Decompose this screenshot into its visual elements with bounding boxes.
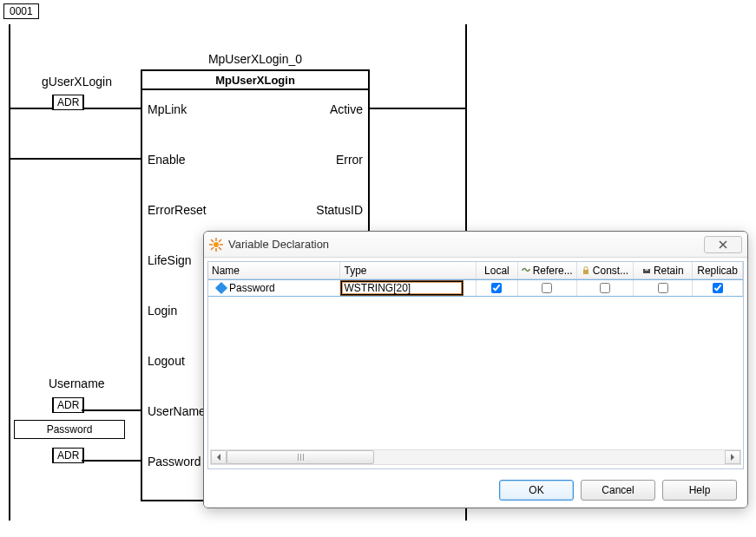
retain-icon <box>642 266 651 275</box>
dialog-button-row: OK Cancel Help <box>204 473 747 508</box>
cell-reference[interactable] <box>518 280 577 296</box>
scroll-grip-icon <box>298 454 304 461</box>
cell-type[interactable]: WSTRING[20] <box>340 280 476 296</box>
cancel-button[interactable]: Cancel <box>581 480 655 501</box>
svg-line-6 <box>219 247 221 250</box>
adr-box-mplink: ADR <box>52 95 84 110</box>
svg-rect-11 <box>645 269 648 271</box>
cell-name-text: Password <box>229 282 275 294</box>
scroll-thumb[interactable] <box>227 450 374 464</box>
svg-line-8 <box>211 247 214 250</box>
dialog-title: Variable Declaration <box>228 238 329 251</box>
cell-name[interactable]: Password <box>208 280 340 296</box>
var-username[interactable]: Username <box>49 377 105 390</box>
pin-input-lifesign: LifeSign <box>148 253 192 267</box>
grid-row[interactable]: Password WSTRING[20] <box>208 279 743 297</box>
col-header-retain[interactable]: Retain <box>634 262 693 278</box>
wire <box>82 409 141 411</box>
cell-retain[interactable] <box>634 280 693 296</box>
pin-input-username: UserName <box>148 404 206 418</box>
fb-instance-name: MpUserXLogin_0 <box>141 52 370 66</box>
variable-icon <box>215 282 227 294</box>
rung-number: 0001 <box>3 3 39 19</box>
dialog-titlebar[interactable]: Variable Declaration <box>204 232 747 258</box>
pin-input-logout: Logout <box>148 354 185 368</box>
constant-checkbox[interactable] <box>600 283 610 293</box>
col-header-retain-text: Retain <box>654 265 684 277</box>
col-header-name-text: Name <box>212 265 240 277</box>
adr-box-password: ADR <box>52 448 84 463</box>
col-header-type[interactable]: Type <box>340 262 476 278</box>
variable-grid[interactable]: Name Type Local Refere... Const... Retai… <box>207 261 744 469</box>
col-header-type-text: Type <box>344 265 366 277</box>
grid-header[interactable]: Name Type Local Refere... Const... Retai… <box>208 262 743 279</box>
svg-rect-9 <box>583 270 588 274</box>
col-header-local-text: Local <box>484 265 509 277</box>
password-var-box[interactable]: Password <box>14 420 125 439</box>
scroll-right-button[interactable] <box>725 450 740 464</box>
cell-local[interactable] <box>477 280 518 296</box>
pin-input-mplink: MpLink <box>148 102 187 116</box>
var-password: Password <box>15 421 124 438</box>
chevron-left-icon <box>216 454 221 461</box>
col-header-local[interactable]: Local <box>477 262 518 278</box>
left-power-rail <box>9 24 10 521</box>
horizontal-scrollbar[interactable] <box>210 449 741 465</box>
col-header-replicable[interactable]: Replicab <box>693 262 743 278</box>
adr-box-username: ADR <box>52 397 84 413</box>
svg-line-7 <box>219 239 221 242</box>
reference-checkbox[interactable] <box>542 283 552 293</box>
cell-constant[interactable] <box>577 280 634 296</box>
col-header-constant-text: Const... <box>593 265 628 277</box>
col-header-constant[interactable]: Const... <box>577 262 634 278</box>
scroll-track[interactable] <box>227 450 725 464</box>
wire <box>82 460 141 462</box>
col-header-replicable-text: Replicab <box>697 265 738 277</box>
pin-input-enable: Enable <box>148 153 186 167</box>
pin-output-active: Active <box>330 102 363 116</box>
cell-replicable[interactable] <box>693 280 743 296</box>
svg-line-5 <box>211 239 214 242</box>
pin-input-password: Password <box>148 455 201 468</box>
svg-point-0 <box>214 242 219 247</box>
scroll-left-button[interactable] <box>211 450 227 464</box>
variable-declaration-dialog: Variable Declaration Name Type Local Ref… <box>203 231 748 508</box>
dialog-icon <box>209 238 223 252</box>
wire <box>10 158 141 160</box>
col-header-reference-text: Refere... <box>533 265 573 277</box>
var-mplink[interactable]: gUserXLogin <box>42 75 112 88</box>
type-editor[interactable]: WSTRING[20] <box>341 281 463 295</box>
wire <box>370 108 467 109</box>
replicable-checkbox[interactable] <box>713 283 723 293</box>
col-header-reference[interactable]: Refere... <box>518 262 577 278</box>
reference-icon <box>522 266 530 275</box>
close-icon <box>718 240 728 249</box>
pin-output-statusid: StatusID <box>316 203 363 217</box>
fb-type-name: MpUserXLogin <box>142 71 368 90</box>
ok-button[interactable]: OK <box>499 480 574 501</box>
chevron-right-icon <box>730 454 735 461</box>
lock-icon <box>582 266 590 275</box>
help-button[interactable]: Help <box>662 480 737 501</box>
local-checkbox[interactable] <box>491 283 502 293</box>
pin-output-error: Error <box>336 153 363 167</box>
pin-input-errorreset: ErrorReset <box>148 203 207 217</box>
retain-checkbox[interactable] <box>658 283 668 293</box>
close-button[interactable] <box>704 236 742 253</box>
col-header-name[interactable]: Name <box>208 262 340 278</box>
pin-input-login: Login <box>148 304 177 318</box>
